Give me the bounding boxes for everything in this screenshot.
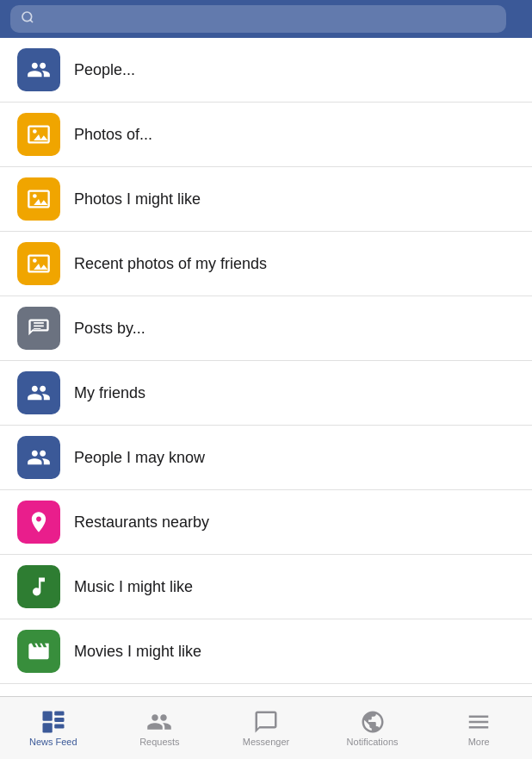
people-icon xyxy=(17,48,60,91)
tab-bar: News Feed Requests Messenger Notificatio… xyxy=(0,696,532,759)
photos-icon xyxy=(17,113,60,156)
search-input-wrapper[interactable] xyxy=(10,5,506,33)
search-bar xyxy=(0,0,532,38)
menu-item-people_know[interactable]: People I may know xyxy=(0,426,532,490)
menu-item-people[interactable]: People... xyxy=(0,38,532,103)
menu-label-photos_like: Photos I might like xyxy=(74,190,201,208)
menu-list: People... Photos of... Photos I might li… xyxy=(0,38,532,684)
tab-news_feed[interactable]: News Feed xyxy=(0,697,107,759)
svg-rect-5 xyxy=(42,711,52,720)
menu-item-posts_by[interactable]: Posts by... xyxy=(0,296,532,361)
svg-point-0 xyxy=(22,12,32,22)
menu-item-photos_of[interactable]: Photos of... xyxy=(0,103,532,167)
people-tab-icon xyxy=(146,710,172,734)
menu-label-my_friends: My friends xyxy=(74,384,145,402)
menu-label-music: Music I might like xyxy=(74,578,193,596)
posts-icon xyxy=(17,307,60,350)
tab-label-news_feed: News Feed xyxy=(29,737,77,747)
tab-label-more: More xyxy=(468,737,490,747)
menu-label-movies: Movies I might like xyxy=(74,643,201,661)
people-icon xyxy=(17,436,60,479)
svg-rect-6 xyxy=(42,723,52,732)
tab-messenger[interactable]: Messenger xyxy=(213,697,319,759)
svg-line-1 xyxy=(30,20,33,22)
menu-label-posts_by: Posts by... xyxy=(74,320,145,338)
tab-notifications[interactable]: Notifications xyxy=(319,697,426,759)
svg-point-4 xyxy=(33,258,37,263)
menu-item-photos_like[interactable]: Photos I might like xyxy=(0,167,532,232)
menu-label-people: People... xyxy=(74,61,135,79)
menu-label-recent_photos: Recent photos of my friends xyxy=(74,255,267,273)
film-icon xyxy=(17,630,60,673)
search-input[interactable] xyxy=(41,11,496,27)
tab-label-requests: Requests xyxy=(139,737,179,747)
menu-label-restaurants: Restaurants nearby xyxy=(74,513,209,532)
messenger-tab-icon xyxy=(253,710,279,734)
photos-icon xyxy=(17,177,60,221)
menu-label-photos_of: Photos of... xyxy=(74,126,152,144)
newsfeed-tab-icon xyxy=(40,710,66,734)
tab-label-notifications: Notifications xyxy=(347,737,399,747)
globe-tab-icon xyxy=(360,710,386,734)
search-icon xyxy=(21,10,34,28)
svg-rect-9 xyxy=(54,724,64,728)
menu-item-restaurants[interactable]: Restaurants nearby xyxy=(0,490,532,555)
music-icon xyxy=(17,565,60,608)
menu-item-my_friends[interactable]: My friends xyxy=(0,361,532,426)
menu-label-people_know: People I may know xyxy=(74,449,205,467)
menu-item-recent_photos[interactable]: Recent photos of my friends xyxy=(0,232,532,296)
tab-more[interactable]: More xyxy=(425,697,532,759)
tab-label-messenger: Messenger xyxy=(243,737,289,747)
svg-point-3 xyxy=(33,194,37,198)
menu-item-music[interactable]: Music I might like xyxy=(0,555,532,619)
menu-item-movies[interactable]: Movies I might like xyxy=(0,619,532,684)
photos-icon xyxy=(17,242,60,285)
svg-rect-7 xyxy=(54,711,64,715)
svg-rect-8 xyxy=(54,718,64,722)
menu-tab-icon xyxy=(466,710,492,734)
tab-requests[interactable]: Requests xyxy=(107,697,213,759)
people-icon xyxy=(17,371,60,414)
location-icon xyxy=(17,501,60,544)
svg-point-2 xyxy=(33,129,37,134)
